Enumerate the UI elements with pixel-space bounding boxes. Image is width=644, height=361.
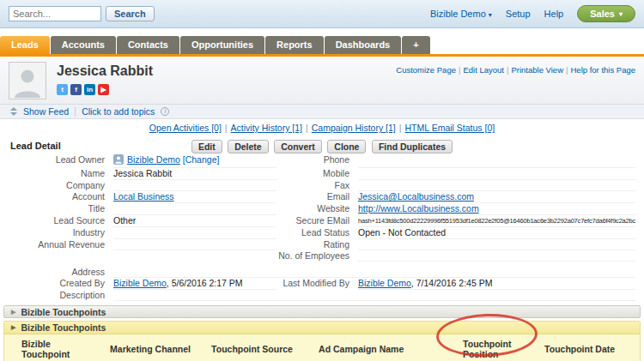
field-value-company (113, 180, 276, 191)
edit-button[interactable]: Edit (191, 140, 222, 153)
setup-link[interactable]: Setup (506, 9, 531, 19)
user-avatar-icon (113, 154, 124, 167)
expand-arrow-icon: ▶ (11, 309, 15, 316)
tab-contacts[interactable]: Contacts (117, 36, 179, 54)
created-by-link[interactable]: Bizible Demo (113, 278, 167, 288)
touchpoints-table: Bizible Touchpoint Marketing Channel Tou… (4, 336, 640, 361)
title-block: Jessica Rabbit t f in ▶ (57, 62, 153, 99)
tab-leads[interactable]: Leads (0, 36, 50, 54)
delete-button[interactable]: Delete (228, 140, 269, 153)
field-row: Title Website http://www.Localbusiness.c… (9, 203, 635, 215)
open-activities-link[interactable]: Open Activities [0] (149, 123, 222, 133)
field-label-rating: Rating (276, 239, 358, 250)
field-value-industry (113, 227, 276, 239)
email-link[interactable]: Jessica@Localbusiness.com (358, 191, 474, 202)
field-label-title: Title (9, 203, 113, 215)
youtube-icon[interactable]: ▶ (98, 84, 109, 95)
header-right: Bizible Demo ▾ Setup Help Sales▾ (430, 5, 635, 22)
field-value-annual-revenue (113, 239, 276, 250)
field-value-blank (113, 250, 276, 262)
field-row: Created By Bizible Demo, 5/6/2016 2:17 P… (9, 278, 635, 290)
help-for-page-link[interactable]: Help for this Page (570, 65, 635, 75)
field-value-account: Local Business (113, 191, 276, 203)
tab-bar: Leads Accounts Contacts Opportunities Re… (0, 36, 644, 54)
lead-detail-header: Lead Detail Edit Delete Convert Clone Fi… (0, 137, 644, 154)
divider (75, 107, 76, 117)
chevron-down-icon: ▾ (489, 11, 492, 19)
change-owner-link[interactable]: [Change] (183, 154, 220, 165)
info-icon[interactable]: i (161, 107, 169, 116)
record-header: Jessica Rabbit t f in ▶ Customize Page|E… (0, 57, 644, 105)
tab-add[interactable]: + (402, 36, 429, 54)
feed-row: Show Feed Click to add topics i (0, 105, 644, 119)
field-label-secure-email: Secure EMail (276, 215, 358, 227)
separator: | (566, 65, 568, 75)
find-duplicates-button[interactable]: Find Duplicates (372, 140, 453, 153)
printable-view-link[interactable]: Printable View (511, 65, 563, 75)
field-row: Company Fax (9, 180, 635, 191)
html-email-status-link[interactable]: HTML Email Status [0] (405, 123, 495, 133)
field-label-lead-status: Lead Status (276, 227, 358, 239)
field-label-last-modified-by: Last Modified By (276, 278, 358, 290)
col-touchpoint-date: Touchpoint Date (539, 336, 640, 361)
field-value-secure-email: hash+1143fd8c500d22229996f551953df1e0822… (358, 215, 635, 227)
table-header-row: Bizible Touchpoint Marketing Channel Tou… (4, 336, 640, 361)
field-label-industry: Industry (9, 227, 113, 239)
edit-layout-link[interactable]: Edit Layout (463, 65, 504, 75)
field-row: Industry Lead Status Open - Not Contacte… (9, 227, 635, 239)
linkedin-icon[interactable]: in (84, 84, 95, 95)
separator: | (507, 65, 508, 75)
add-topics-link[interactable]: Click to add topics (82, 106, 155, 117)
section-title: Bizible Touchpoints (21, 307, 106, 317)
search-input[interactable] (9, 6, 101, 21)
feed-toggle-icon (10, 107, 17, 116)
user-menu[interactable]: Bizible Demo ▾ (430, 9, 492, 19)
lead-detail-grid: Lead Owner Bizible Demo [Change] Phone N… (0, 154, 644, 301)
detail-buttons: Edit Delete Convert Clone Find Duplicate… (191, 138, 453, 153)
section-bizible-touchpoints[interactable]: ▶ Bizible Touchpoints (4, 322, 640, 334)
col-touchpoint-source: Touchpoint Source (206, 336, 313, 361)
page-title: Jessica Rabbit (57, 63, 153, 79)
social-icons: t f in ▶ (57, 84, 153, 95)
section-bizible-touchpoints-quicklink[interactable]: ▶ Bizible Touchpoints (3, 305, 641, 318)
tab-dashboards[interactable]: Dashboards (325, 36, 402, 54)
customize-page-link[interactable]: Customize Page (396, 65, 456, 75)
website-link[interactable]: http://www.Localbusiness.com (358, 203, 479, 214)
field-value-lead-source: Other (113, 215, 276, 227)
field-label-lead-owner: Lead Owner (9, 154, 113, 168)
tab-reports[interactable]: Reports (265, 36, 324, 54)
col-touchpoint-position: Touchpoint Position (458, 336, 539, 361)
field-label-lead-source: Lead Source (9, 215, 113, 227)
activity-history-link[interactable]: Activity History [1] (231, 123, 302, 133)
field-label-no-of-employees: No. of Employees (276, 250, 358, 262)
field-label-description: Description (9, 290, 113, 301)
separator: | (306, 123, 308, 133)
tab-accounts[interactable]: Accounts (51, 36, 116, 54)
lead-owner-link[interactable]: Bizible Demo (127, 154, 180, 165)
col-bizible-touchpoint: Bizible Touchpoint (4, 336, 105, 361)
field-value-title (113, 203, 276, 215)
show-feed-link[interactable]: Show Feed (23, 106, 69, 117)
convert-button[interactable]: Convert (274, 140, 322, 153)
field-label-website: Website (276, 203, 358, 215)
field-label-address: Address (9, 267, 113, 278)
field-value-lead-status: Open - Not Contacted (358, 227, 635, 239)
field-label-blank (9, 250, 113, 262)
search-button[interactable]: Search (106, 6, 155, 21)
campaign-history-link[interactable]: Campaign History [1] (312, 123, 396, 133)
clone-button[interactable]: Clone (327, 140, 366, 153)
field-row: Annual Revenue Rating (9, 239, 635, 250)
help-link[interactable]: Help (544, 9, 564, 19)
field-label-name: Name (9, 168, 113, 180)
app-menu-button[interactable]: Sales▾ (577, 5, 635, 22)
twitter-icon[interactable]: t (57, 84, 68, 95)
field-row: Address (9, 267, 635, 278)
expand-arrow-icon: ▶ (11, 324, 15, 331)
last-modified-by-link[interactable]: Bizible Demo (358, 278, 411, 288)
field-value-phone (358, 154, 635, 168)
account-link[interactable]: Local Business (113, 191, 174, 202)
tab-opportunities[interactable]: Opportunities (180, 36, 264, 54)
field-row: Lead Owner Bizible Demo [Change] Phone (9, 154, 635, 168)
facebook-icon[interactable]: f (70, 84, 82, 95)
field-label-email: Email (276, 191, 358, 203)
